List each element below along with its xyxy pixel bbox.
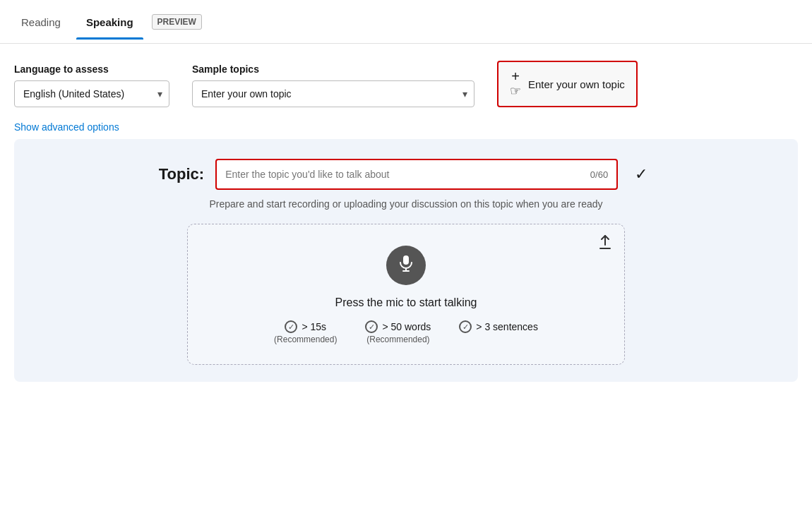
- check-mark-icon-2: ✓: [369, 323, 375, 332]
- press-mic-text: Press the mic to start talking: [335, 296, 477, 309]
- req-check-time-icon: ✓: [285, 320, 297, 333]
- language-select[interactable]: English (United States): [14, 80, 169, 107]
- req-time-sub: (Recommended): [274, 335, 337, 344]
- requirement-sentences: ✓ > 3 sentences: [459, 320, 538, 335]
- enter-own-topic-label: Enter your own topic: [528, 78, 625, 90]
- req-words-sub: (Recommended): [366, 335, 429, 344]
- char-count: 0/60: [590, 169, 608, 180]
- topic-section: Topic: 0/60 ✓ Prepare and start recordin…: [14, 139, 798, 382]
- check-mark-icon: ✓: [288, 323, 294, 332]
- topic-hint: Prepare and start recording or uploading…: [28, 198, 784, 210]
- controls-row: Language to assess English (United State…: [14, 61, 798, 107]
- sample-topics-field-group: Sample topics Enter your own topic ▾: [192, 64, 474, 107]
- record-box: Press the mic to start talking ✓ > 15s (…: [187, 224, 625, 365]
- req-check-words-icon: ✓: [365, 320, 378, 333]
- sample-topics-label: Sample topics: [192, 64, 474, 75]
- tab-reading[interactable]: Reading: [11, 4, 71, 40]
- confirm-topic-button[interactable]: ✓: [629, 165, 653, 183]
- req-check-sentences-icon: ✓: [459, 320, 472, 333]
- svg-rect-2: [403, 255, 409, 265]
- sample-topics-select[interactable]: Enter your own topic: [192, 80, 474, 107]
- sample-topics-select-wrapper: Enter your own topic ▾: [192, 80, 474, 107]
- tabs-bar: Reading Speaking PREVIEW: [0, 0, 812, 44]
- language-field-group: Language to assess English (United State…: [14, 64, 169, 107]
- show-advanced-options-link[interactable]: Show advanced options: [14, 121, 119, 133]
- topic-row: Topic: 0/60 ✓: [28, 159, 784, 190]
- req-words-value: > 50 words: [382, 321, 431, 332]
- plus-icon: +: [511, 69, 520, 83]
- check-mark-icon-3: ✓: [462, 323, 469, 332]
- req-time-value: > 15s: [301, 321, 326, 332]
- hand-cursor-icon: ☞: [510, 83, 521, 99]
- enter-own-topic-button[interactable]: + ☞ Enter your own topic: [497, 61, 638, 107]
- language-label: Language to assess: [14, 64, 169, 75]
- topic-input-wrapper: 0/60: [215, 159, 618, 190]
- req-sentences-value: > 3 sentences: [476, 321, 538, 332]
- mic-button[interactable]: [386, 246, 426, 285]
- upload-icon[interactable]: [597, 234, 613, 253]
- microphone-icon: [397, 254, 415, 277]
- tab-speaking[interactable]: Speaking: [76, 4, 143, 40]
- topic-label: Topic:: [159, 165, 204, 183]
- requirement-time: ✓ > 15s (Recommended): [274, 320, 337, 344]
- plus-cursor-icon: + ☞: [510, 69, 521, 99]
- topic-input[interactable]: [225, 160, 590, 188]
- requirement-words: ✓ > 50 words (Recommended): [365, 320, 431, 344]
- main-content: Language to assess English (United State…: [0, 44, 812, 396]
- tab-preview[interactable]: PREVIEW: [152, 14, 202, 30]
- requirements-row: ✓ > 15s (Recommended) ✓ > 50 words (Reco…: [274, 320, 538, 344]
- language-select-wrapper: English (United States) ▾: [14, 80, 169, 107]
